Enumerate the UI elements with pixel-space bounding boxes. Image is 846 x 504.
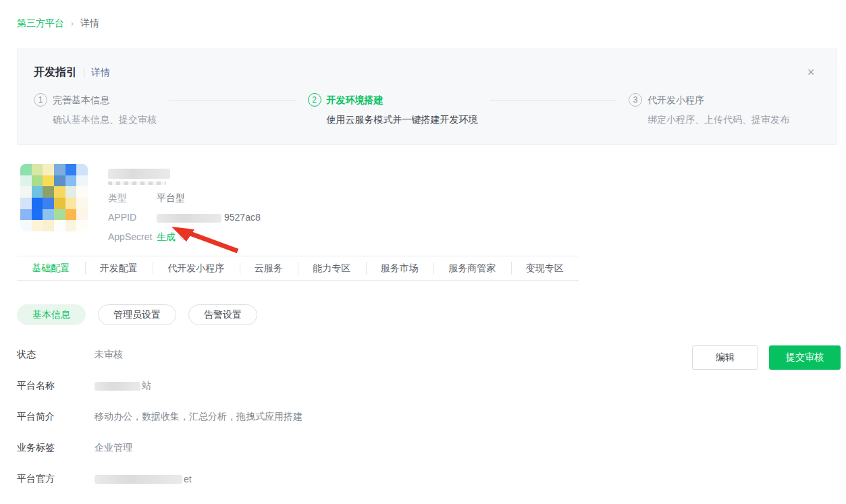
dev-guide-title: 开发指引 bbox=[34, 65, 77, 80]
type-label: 类型 bbox=[108, 191, 157, 204]
status-label: 状态 bbox=[17, 349, 95, 361]
dev-guide-header: 开发指引 详情 bbox=[18, 49, 837, 80]
pill-alert-settings[interactable]: 告警设置 bbox=[188, 304, 257, 325]
dev-guide-detail-link[interactable]: 详情 bbox=[91, 67, 110, 79]
help-icon[interactable]: ? bbox=[180, 230, 190, 240]
business-tag-value: 企业管理 bbox=[95, 442, 132, 454]
platform-name-row: 平台名称 站 bbox=[17, 378, 837, 394]
step-connector bbox=[169, 100, 296, 101]
platform-name-value: 站 bbox=[95, 380, 151, 392]
tab-capability-zone[interactable]: 能力专区 bbox=[298, 256, 366, 280]
appid-value: 9527ac8 bbox=[157, 211, 261, 224]
platform-official-suffix: et bbox=[184, 474, 192, 484]
platform-intro-label: 平台简介 bbox=[17, 411, 95, 423]
profile-info: 类型 平台型 APPID 9527ac8 AppSecret 生成 ? bbox=[108, 164, 261, 244]
platform-intro-value: 移动办公，数据收集，汇总分析，拖拽式应用搭建 bbox=[95, 411, 302, 423]
business-tag-label: 业务标签 bbox=[17, 442, 95, 454]
status-value: 未审核 bbox=[95, 349, 123, 361]
basic-info-form: 状态 未审核 平台名称 站 平台简介 移动办公，数据收集，汇总分析，拖拽式应用搭… bbox=[17, 347, 837, 502]
breadcrumb-separator-icon: › bbox=[71, 19, 74, 28]
step-connector bbox=[490, 100, 617, 101]
platform-intro-row: 平台简介 移动办公，数据收集，汇总分析，拖拽式应用搭建 bbox=[17, 409, 837, 425]
appid-suffix: 9527ac8 bbox=[224, 212, 261, 223]
status-row: 状态 未审核 bbox=[17, 347, 837, 363]
step-1-title: 完善基本信息 bbox=[53, 93, 157, 107]
step-2-desc: 使用云服务模式并一键搭建开发环境 bbox=[327, 114, 478, 126]
profile-type-row: 类型 平台型 bbox=[108, 191, 261, 204]
redacted-name-prefix bbox=[95, 382, 140, 391]
breadcrumb: 第三方平台 › 详情 bbox=[17, 18, 99, 30]
pill-basic-info[interactable]: 基本信息 bbox=[17, 304, 86, 325]
divider bbox=[84, 67, 84, 78]
generate-appsecret-link[interactable]: 生成 bbox=[157, 230, 176, 244]
tab-dev-config[interactable]: 开发配置 bbox=[85, 256, 153, 280]
step-3-number: 3 bbox=[629, 93, 642, 107]
business-tag-row: 业务标签 企业管理 bbox=[17, 440, 837, 456]
step-mini-program: 3 代开发小程序 绑定小程序、上传代码、提审发布 bbox=[629, 93, 789, 126]
tab-cloud-service[interactable]: 云服务 bbox=[240, 256, 298, 280]
step-2-title: 开发环境搭建 bbox=[327, 93, 478, 107]
breadcrumb-parent-link[interactable]: 第三方平台 bbox=[17, 18, 64, 30]
redacted-text-smudge bbox=[108, 181, 166, 185]
tab-provider-manager[interactable]: 服务商管家 bbox=[433, 256, 511, 280]
platform-official-row: 平台官方 et bbox=[17, 471, 837, 487]
step-dev-environment: 2 开发环境搭建 使用云服务模式并一键搭建开发环境 bbox=[308, 93, 478, 126]
avatar bbox=[20, 164, 88, 231]
tab-delegated-miniprogram[interactable]: 代开发小程序 bbox=[153, 256, 240, 280]
step-2-number: 2 bbox=[308, 93, 321, 107]
tab-service-market[interactable]: 服务市场 bbox=[366, 256, 434, 280]
guide-steps: 1 完善基本信息 确认基本信息、提交审核 2 开发环境搭建 使用云服务模式并一键… bbox=[18, 80, 837, 126]
close-icon[interactable]: × bbox=[804, 65, 818, 79]
type-value: 平台型 bbox=[157, 191, 185, 204]
tab-monetization-zone[interactable]: 变现专区 bbox=[511, 256, 579, 280]
pill-admin-settings[interactable]: 管理员设置 bbox=[98, 304, 176, 325]
appid-label: APPID bbox=[108, 211, 157, 224]
profile-appid-row: APPID 9527ac8 bbox=[108, 211, 261, 224]
dev-guide-card: 开发指引 详情 × 1 完善基本信息 确认基本信息、提交审核 2 开发环境搭建 … bbox=[17, 49, 837, 145]
platform-name-suffix: 站 bbox=[142, 380, 151, 392]
main-tabbar: 基础配置 开发配置 代开发小程序 云服务 能力专区 服务市场 服务商管家 变现专… bbox=[17, 256, 579, 281]
platform-official-value: et bbox=[95, 474, 192, 484]
profile-appsecret-row: AppSecret 生成 ? bbox=[108, 230, 261, 244]
step-3-desc: 绑定小程序、上传代码、提审发布 bbox=[647, 114, 789, 126]
tab-basic-config[interactable]: 基础配置 bbox=[17, 256, 85, 280]
sub-tabbar: 基本信息 管理员设置 告警设置 bbox=[17, 304, 257, 325]
step-1-number: 1 bbox=[34, 93, 47, 107]
step-3-title: 代开发小程序 bbox=[647, 93, 789, 107]
page: 第三方平台 › 详情 开发指引 详情 × 1 完善基本信息 确认基本信息、提交审… bbox=[0, 0, 846, 504]
platform-official-label: 平台官方 bbox=[17, 473, 95, 485]
redacted-url-prefix bbox=[95, 475, 182, 484]
redacted-platform-name bbox=[108, 169, 170, 179]
platform-profile: 类型 平台型 APPID 9527ac8 AppSecret 生成 ? bbox=[20, 164, 261, 244]
platform-name-label: 平台名称 bbox=[17, 380, 95, 392]
redacted-appid-prefix bbox=[157, 214, 221, 223]
step-1-desc: 确认基本信息、提交审核 bbox=[53, 114, 157, 126]
step-basic-info: 1 完善基本信息 确认基本信息、提交审核 bbox=[34, 93, 157, 126]
breadcrumb-current: 详情 bbox=[80, 18, 99, 30]
appsecret-label: AppSecret bbox=[108, 230, 157, 244]
